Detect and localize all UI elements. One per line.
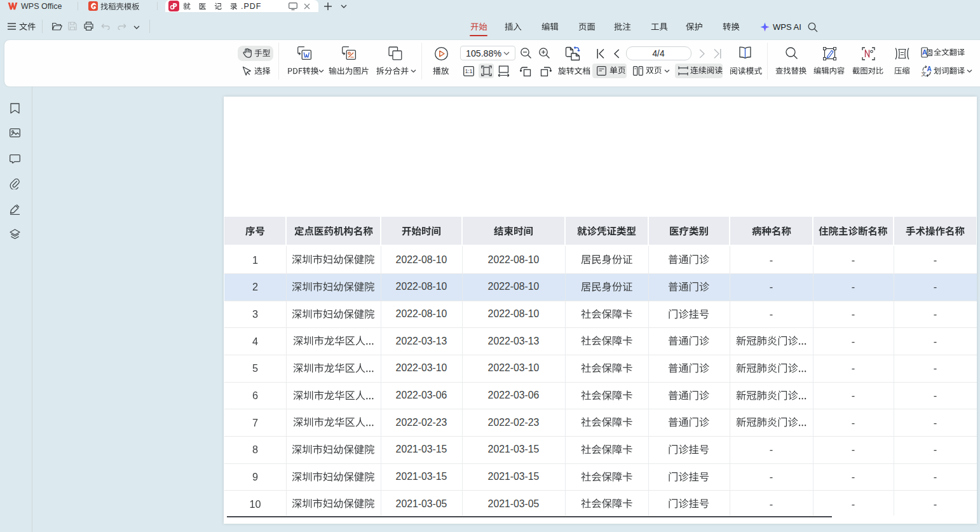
svg-text:A: A xyxy=(927,65,931,72)
svg-text:A: A xyxy=(922,48,927,56)
svg-text:文: 文 xyxy=(921,71,927,77)
svg-text:1:1: 1:1 xyxy=(465,69,473,74)
